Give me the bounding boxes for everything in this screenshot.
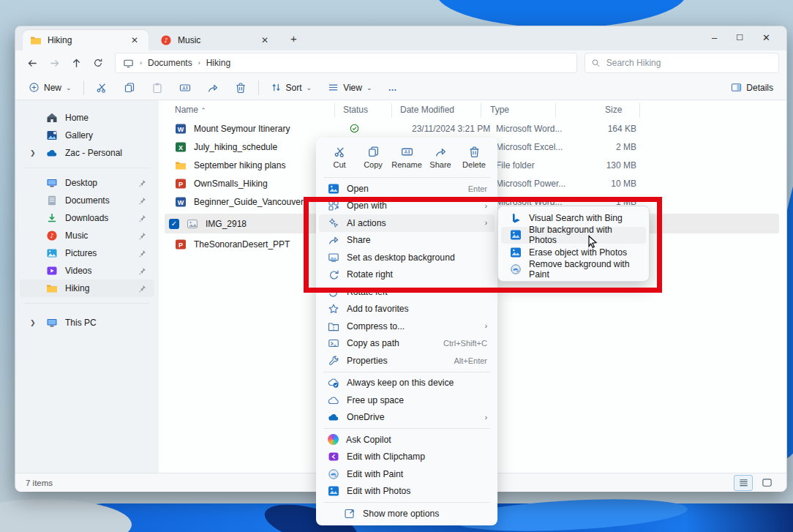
sort-button[interactable]: Sort ⌄ <box>266 79 317 96</box>
sidebar-item-gallery[interactable]: Gallery <box>20 127 154 144</box>
cut-button[interactable] <box>91 79 112 97</box>
view-button[interactable]: View ⌄ <box>323 79 376 96</box>
menu-item-free-up-space[interactable]: Free up space <box>319 391 495 409</box>
rename-button[interactable] <box>175 79 195 97</box>
pin-icon <box>138 179 147 188</box>
file-row-mount-seymour[interactable]: Mount Seymour Itinerary 23/11/2024 3:21 … <box>165 119 779 138</box>
rename-quick-button[interactable]: Rename <box>391 144 423 171</box>
menu-item-edit-with-photos[interactable]: Edit with Photos <box>319 483 495 501</box>
share-quick-button[interactable]: Share <box>424 144 456 171</box>
menu-item-always-keep-on-device[interactable]: Always keep on this device <box>319 375 495 392</box>
list-view-button[interactable] <box>734 475 753 491</box>
synced-status-icon <box>349 123 360 134</box>
chevron-right-icon[interactable]: ❯ <box>30 319 36 326</box>
new-button[interactable]: New ⌄ <box>24 79 76 96</box>
checkbox-checked[interactable]: ✓ <box>169 219 179 229</box>
sidebar-item-hiking[interactable]: Hiking <box>20 280 154 297</box>
copy-icon <box>367 146 380 158</box>
column-divider[interactable] <box>555 103 556 118</box>
menu-item-compress-to[interactable]: Compress to...› <box>319 318 495 335</box>
videos-icon <box>46 265 58 277</box>
sidebar-item-pictures[interactable]: Pictures <box>20 244 154 262</box>
menu-item-show-more-options[interactable]: Show more options <box>319 505 495 522</box>
column-divider[interactable] <box>639 103 640 118</box>
sidebar-label: Videos <box>65 266 91 276</box>
menu-item-onedrive[interactable]: OneDrive› <box>319 409 495 427</box>
thumbnail-view-button[interactable] <box>757 475 776 491</box>
delete-button[interactable] <box>230 79 251 97</box>
tab-close-icon[interactable]: ✕ <box>128 35 141 45</box>
column-header-name[interactable]: Name ⌃ <box>175 105 206 115</box>
menu-label: Edit with Paint <box>347 469 487 479</box>
trash-icon <box>468 146 481 158</box>
column-divider[interactable] <box>391 103 392 118</box>
menu-item-edit-with-paint[interactable]: Edit with Paint <box>319 465 495 483</box>
sidebar-item-desktop[interactable]: Desktop <box>20 174 154 192</box>
sidebar-label: Pictures <box>65 248 97 258</box>
menu-item-edit-with-clipchamp[interactable]: Edit with Clipchamp <box>319 449 495 466</box>
column-header-type[interactable]: Type <box>490 105 509 115</box>
photos-app-icon <box>328 485 339 497</box>
file-name: IMG_2918 <box>206 219 247 229</box>
breadcrumb-documents[interactable]: Documents <box>148 58 192 68</box>
close-button[interactable]: ✕ <box>762 32 770 43</box>
sidebar-item-videos[interactable]: Videos <box>20 262 154 280</box>
cut-quick-button[interactable]: Cut <box>323 144 356 171</box>
chevron-right-icon: › <box>485 413 487 422</box>
copy-quick-button[interactable]: Copy <box>357 144 389 171</box>
copy-path-icon <box>328 337 339 349</box>
sidebar-item-onedrive-personal[interactable]: ❯ Zac - Personal <box>20 144 154 162</box>
back-button[interactable] <box>23 53 42 72</box>
sidebar-item-documents[interactable]: Documents <box>20 192 154 209</box>
refresh-button[interactable] <box>89 53 108 72</box>
menu-item-properties[interactable]: PropertiesAlt+Enter <box>319 352 495 370</box>
sidebar-item-this-pc[interactable]: ❯ This PC <box>20 314 154 331</box>
forward-button[interactable] <box>45 53 64 72</box>
menu-divider <box>323 428 490 429</box>
more-options-button[interactable]: … <box>383 80 401 96</box>
breadcrumb-hiking[interactable]: Hiking <box>206 58 230 68</box>
search-icon <box>591 58 601 68</box>
sidebar-item-music[interactable]: Music <box>20 227 154 244</box>
breadcrumb-separator: › <box>140 59 142 67</box>
file-name: Beginner_Guide_Vancouver <box>194 197 304 207</box>
menu-item-add-to-favorites[interactable]: Add to favorites <box>319 301 495 318</box>
chevron-right-icon[interactable]: ❯ <box>30 149 36 157</box>
copilot-icon <box>328 434 339 445</box>
column-divider[interactable] <box>334 103 335 118</box>
minimize-button[interactable]: – <box>712 32 717 43</box>
sidebar-item-home[interactable]: Home <box>20 109 154 127</box>
search-box[interactable] <box>585 53 779 73</box>
menu-divider <box>323 502 490 503</box>
mouse-cursor <box>585 234 600 249</box>
column-header-size[interactable]: Size <box>605 105 622 115</box>
menu-item-ask-copilot[interactable]: Ask Copilot <box>319 431 495 449</box>
column-header-date[interactable]: Date Modified <box>400 105 454 115</box>
wallpaper-bloom-top <box>435 0 688 28</box>
tab-hiking[interactable]: Hiking ✕ <box>23 30 149 50</box>
copy-button[interactable] <box>119 79 140 97</box>
sort-icon <box>271 82 282 93</box>
column-header-status[interactable]: Status <box>343 105 368 115</box>
tab-music[interactable]: Music ✕ <box>153 30 279 50</box>
new-tab-button[interactable]: + <box>285 31 303 46</box>
sidebar-label: Zac - Personal <box>65 148 122 158</box>
paste-button[interactable] <box>147 79 168 97</box>
column-divider[interactable] <box>481 103 481 118</box>
sidebar-item-downloads[interactable]: Downloads <box>20 209 154 227</box>
delete-quick-button[interactable]: Delete <box>458 144 490 171</box>
sidebar-label: Downloads <box>65 213 108 223</box>
details-button[interactable]: Details <box>726 79 778 96</box>
sidebar-divider <box>24 303 150 304</box>
breadcrumb[interactable]: › Documents › Hiking <box>115 53 577 73</box>
share-button[interactable] <box>203 79 223 97</box>
menu-label: Edit with Clipchamp <box>347 452 487 462</box>
music-icon <box>46 230 58 241</box>
up-button[interactable] <box>67 53 86 72</box>
tab-close-icon[interactable]: ✕ <box>258 35 271 45</box>
search-input[interactable] <box>605 57 773 69</box>
menu-item-copy-as-path[interactable]: Copy as pathCtrl+Shift+C <box>319 335 495 353</box>
maximize-button[interactable]: ☐ <box>736 33 743 42</box>
menu-item-open[interactable]: OpenEnter <box>319 180 495 198</box>
quick-label: Rename <box>391 160 422 169</box>
